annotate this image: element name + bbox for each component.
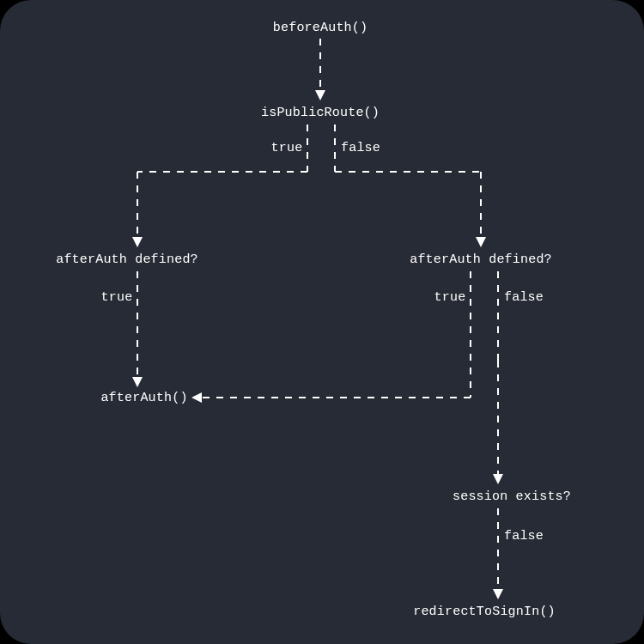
node-afterauth-defined-left: afterAuth defined?	[56, 252, 198, 267]
node-beforeauth: beforeAuth()	[273, 21, 368, 35]
arrowhead	[493, 474, 503, 484]
node-afterauth: afterAuth()	[100, 391, 187, 405]
arrowhead	[476, 237, 486, 247]
node-ispublicroute: isPublicRoute()	[261, 106, 380, 120]
arrowhead	[315, 90, 325, 100]
label-ispublic-true: true	[271, 141, 303, 155]
arrowhead	[132, 377, 143, 387]
arrowhead	[493, 589, 503, 599]
label-ispublic-false: false	[341, 141, 380, 155]
arrowhead	[132, 237, 143, 247]
label-right-defined-false: false	[504, 290, 544, 305]
node-session-exists: session exists?	[453, 489, 571, 504]
node-redirect-to-signin: redirectToSignIn()	[413, 605, 556, 619]
label-session-false: false	[504, 529, 544, 544]
label-right-defined-true: true	[434, 290, 466, 305]
node-afterauth-defined-right: afterAuth defined?	[410, 252, 552, 267]
flowchart-canvas: beforeAuth() isPublicRoute() afterAuth d…	[0, 0, 644, 644]
flowchart-edges	[0, 0, 644, 644]
arrowhead	[191, 392, 202, 403]
label-left-defined-true: true	[101, 290, 133, 305]
